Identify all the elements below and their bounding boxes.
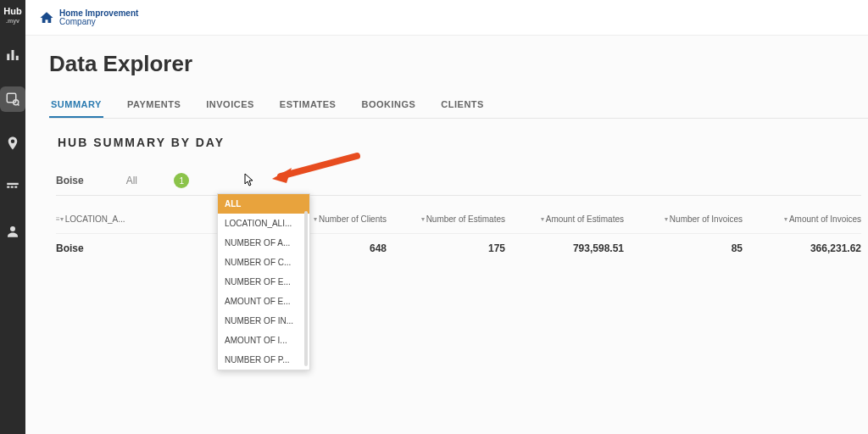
chart-icon[interactable] xyxy=(0,42,25,68)
content: Data Explorer SUMMARY PAYMENTS INVOICES … xyxy=(25,36,868,434)
column-dropdown[interactable]: ALL LOCATION_ALI... NUMBER OF A... NUMBE… xyxy=(217,193,310,370)
svg-point-9 xyxy=(10,226,15,231)
nav-rail: Hub .myv xyxy=(0,0,25,434)
brand-sub: Company xyxy=(59,18,138,26)
filter-selector-label: All xyxy=(126,175,137,186)
svg-rect-3 xyxy=(7,93,16,103)
cell-estimates: 175 xyxy=(387,242,505,254)
page-title: Data Explorer xyxy=(49,51,868,77)
cell-amount-estimates: 793,598.51 xyxy=(505,242,624,254)
calendar-icon[interactable] xyxy=(0,175,25,200)
th-location[interactable]: ≡▾LOCATION_A... xyxy=(56,214,149,224)
th-label: Number of Clients xyxy=(319,214,387,224)
th-label: Number of Estimates xyxy=(426,214,505,224)
dropdown-item-all[interactable]: ALL xyxy=(218,194,309,214)
dropdown-item[interactable]: NUMBER OF P... xyxy=(218,350,309,370)
dropdown-item[interactable]: AMOUNT OF I... xyxy=(218,331,309,350)
annotation-arrow-icon xyxy=(268,149,361,183)
tab-payments[interactable]: PAYMENTS xyxy=(125,92,182,118)
filter-selector[interactable]: All 1 xyxy=(126,173,190,188)
tabs: SUMMARY PAYMENTS INVOICES ESTIMATES BOOK… xyxy=(49,92,868,119)
filter-row: Boise All 1 ALL LOCATION_ALI... NUMBER O… xyxy=(56,166,861,196)
main-area: Home Improvement Company Data Explorer S… xyxy=(25,0,868,434)
tab-clients[interactable]: CLIENTS xyxy=(439,92,486,118)
dropdown-item[interactable]: NUMBER OF A... xyxy=(218,233,309,253)
th-amount-estimates[interactable]: ▾Amount of Estimates xyxy=(505,214,624,224)
sort-icon: ▾ xyxy=(314,215,317,223)
cell-invoices: 85 xyxy=(624,242,743,254)
brand-name: Home Improvement xyxy=(59,9,138,18)
dropdown-item[interactable]: AMOUNT OF E... xyxy=(218,292,309,311)
th-label: LOCATION_A... xyxy=(65,214,125,224)
brand[interactable]: Home Improvement Company xyxy=(39,9,138,26)
th-label: Amount of Estimates xyxy=(546,214,624,224)
rail-logo-text: Hub xyxy=(3,6,21,16)
sort-icon: ≡▾ xyxy=(56,215,64,223)
svg-rect-1 xyxy=(12,50,14,60)
th-estimates[interactable]: ▾Number of Estimates xyxy=(387,214,505,224)
filter-badge: 1 xyxy=(174,173,189,188)
dropdown-item[interactable]: NUMBER OF IN... xyxy=(218,311,309,331)
tab-estimates[interactable]: ESTIMATES xyxy=(278,92,338,118)
dropdown-scrollbar[interactable] xyxy=(304,211,308,366)
cursor-icon xyxy=(244,173,256,186)
th-label: Amount of Invoices xyxy=(789,214,861,224)
dropdown-item[interactable]: NUMBER OF C... xyxy=(218,253,309,272)
svg-rect-7 xyxy=(11,186,14,188)
tab-invoices[interactable]: INVOICES xyxy=(204,92,256,118)
svg-rect-6 xyxy=(7,186,9,188)
cell-location: Boise xyxy=(56,242,149,254)
tab-summary[interactable]: SUMMARY xyxy=(49,92,103,118)
svg-rect-5 xyxy=(7,183,19,185)
rail-logo: Hub .myv xyxy=(3,7,21,24)
section-title: HUB SUMMARY BY DAY xyxy=(58,136,868,149)
house-icon xyxy=(39,10,54,25)
sort-icon: ▾ xyxy=(784,215,787,223)
dropdown-item[interactable]: NUMBER OF E... xyxy=(218,272,309,292)
svg-rect-8 xyxy=(14,186,17,188)
user-icon[interactable] xyxy=(0,219,25,244)
table-row[interactable]: Boise 1 648 175 793,598.51 85 366,231.62 xyxy=(56,234,861,263)
rail-logo-sub: .myv xyxy=(3,18,21,24)
th-label: Number of Invoices xyxy=(670,214,743,224)
dropdown-item[interactable]: LOCATION_ALI... xyxy=(218,214,309,233)
svg-rect-0 xyxy=(7,54,9,61)
tab-bookings[interactable]: BOOKINGS xyxy=(359,92,417,118)
sort-icon: ▾ xyxy=(421,215,425,223)
sort-icon: ▾ xyxy=(665,215,668,223)
table-header: ≡▾LOCATION_A... er of ents ▾Number of Cl… xyxy=(56,204,861,234)
cell-amount-invoices: 366,231.62 xyxy=(743,242,861,254)
data-table: ≡▾LOCATION_A... er of ents ▾Number of Cl… xyxy=(49,204,868,263)
svg-rect-2 xyxy=(16,56,19,60)
sort-icon: ▾ xyxy=(541,215,544,223)
filter-location[interactable]: Boise xyxy=(56,175,84,186)
th-invoices[interactable]: ▾Number of Invoices xyxy=(624,214,743,224)
th-amount-invoices[interactable]: ▾Amount of Invoices xyxy=(743,214,861,224)
pin-icon[interactable] xyxy=(0,131,25,156)
topbar: Home Improvement Company xyxy=(25,0,868,36)
explorer-icon[interactable] xyxy=(0,86,25,112)
